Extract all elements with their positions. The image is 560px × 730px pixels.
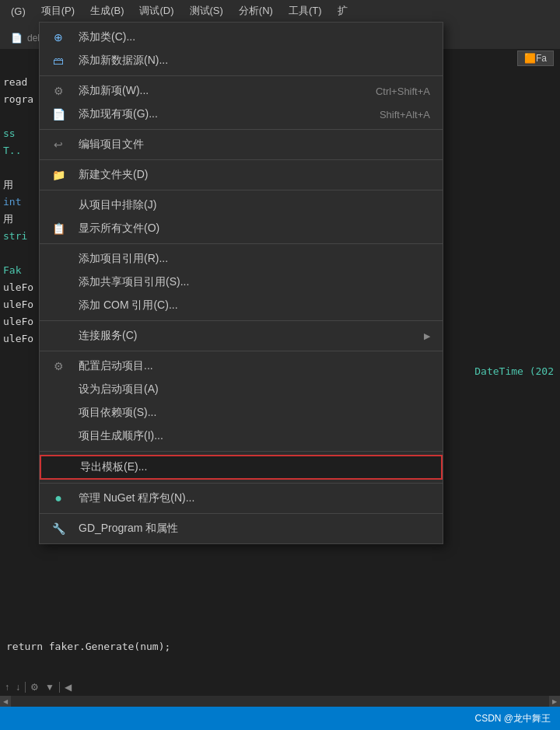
menu-item-add-class-label: 添加类(C)... — [79, 30, 135, 44]
scrollbar-track[interactable] — [11, 696, 549, 707]
code-line-stri: stri — [3, 228, 36, 245]
menu-item-connect-service[interactable]: 连接服务(C) ▶ — [40, 324, 443, 348]
menu-item-g[interactable]: (G) — [3, 4, 33, 19]
file-icon-del: 📄 — [11, 33, 23, 44]
menu-section-2: ⚙ 添加新项(W)... Ctrl+Shift+A 📄 添加现有项(G)... … — [40, 76, 443, 130]
code-line-ulefo2: uleFo — [3, 296, 36, 313]
menu-section-9: 导出模板(E)... — [40, 452, 443, 484]
status-bar-text: CSDN @龙中舞王 — [474, 712, 551, 725]
menu-item-add-existing-item[interactable]: 📄 添加现有项(G)... Shift+Alt+A — [40, 103, 443, 126]
add-existing-shortcut: Shift+Alt+A — [380, 109, 430, 121]
menu-item-connect-service-label: 连接服务(C) — [79, 329, 137, 343]
add-new-item-icon: ⚙ — [51, 83, 66, 99]
menu-section-6: 添加项目引用(R)... 添加共享项目引用(S)... 添加 COM 引用(C)… — [40, 244, 443, 321]
menu-item-add-project-ref[interactable]: 添加项目引用(R)... — [40, 247, 443, 271]
return-code-line: return faker.Generate(num); — [0, 641, 170, 652]
menu-item-build-order-label: 项目生成顺序(I)... — [79, 429, 163, 443]
menu-item-add-new-item-label: 添加新项(W)... — [79, 84, 149, 98]
datetime-text: DateTime (202 — [474, 365, 554, 377]
menu-item-add-datasource[interactable]: 🗃 添加新数据源(N)... — [40, 49, 443, 72]
add-datasource-icon: 🗃 — [51, 53, 66, 68]
menu-section-1: ⊕ 添加类(C)... 🗃 添加新数据源(N)... — [40, 23, 443, 76]
bottom-toolbar: ↑ ↓ ⚙ ▼ ◀ — [0, 679, 560, 696]
menu-item-export-template-label: 导出模板(E)... — [80, 460, 147, 474]
menu-item-build[interactable]: 生成(B) — [82, 2, 131, 19]
menu-item-tools[interactable]: 工具(T) — [281, 2, 330, 19]
menu-item-add-shared-ref-label: 添加共享项目引用(S)... — [79, 275, 189, 289]
menu-item-exclude-label: 从项目中排除(J) — [79, 198, 156, 212]
fa-button-icon: 🟧 — [524, 53, 536, 64]
menu-item-add-shared-ref[interactable]: 添加共享项目引用(S)... — [40, 271, 443, 294]
menu-item-configure-startup[interactable]: ⚙ 配置启动项目... — [40, 355, 443, 378]
menu-item-project-dependencies-label: 项目依赖项(S)... — [79, 406, 156, 420]
wrench-icon: 🔧 — [51, 521, 66, 536]
menu-item-gd-properties[interactable]: 🔧 GD_Program 和属性 — [40, 517, 443, 540]
menu-item-add-com-ref-label: 添加 COM 引用(C)... — [79, 299, 178, 313]
toolbar-divider-1 — [25, 682, 26, 693]
menu-item-set-startup[interactable]: 设为启动项目(A) — [40, 378, 443, 401]
configure-startup-icon: ⚙ — [51, 358, 66, 374]
code-line-empty2 — [3, 159, 36, 176]
menu-section-3: ↩ 编辑项目文件 — [40, 130, 443, 160]
show-all-files-icon: 📋 — [51, 221, 66, 236]
scrollbar-left-arrow[interactable]: ◀ — [0, 696, 11, 707]
bottom-scrollbar[interactable]: ◀ ▶ — [0, 696, 560, 707]
menu-item-debug[interactable]: 调试(D) — [131, 2, 181, 19]
code-line-empty1 — [3, 108, 36, 125]
nuget-icon: ● — [51, 491, 66, 506]
code-line-rogra: rogra — [3, 91, 36, 108]
new-folder-icon: 📁 — [51, 167, 66, 183]
code-line-ulefo3: uleFo — [3, 313, 36, 330]
menu-item-add-project-ref-label: 添加项目引用(R)... — [79, 252, 168, 266]
menu-item-new-folder-label: 新建文件夹(D) — [79, 168, 148, 182]
left-arrow-icon[interactable]: ◀ — [63, 680, 73, 694]
add-class-icon: ⊕ — [51, 30, 66, 45]
code-line-sst: ss T.. — [3, 125, 36, 159]
left-code-background: read rogra ss T.. 用 int 用 stri Fak uleFo… — [0, 74, 39, 348]
add-new-item-shortcut: Ctrl+Shift+A — [376, 86, 430, 97]
menu-item-add-datasource-label: 添加新数据源(N)... — [79, 54, 168, 68]
dropdown-arrow-icon[interactable]: ▼ — [44, 680, 56, 694]
menu-item-gd-properties-label: GD_Program 和属性 — [79, 522, 178, 536]
settings-icon[interactable]: ⚙ — [29, 680, 40, 694]
menu-item-add-new-item[interactable]: ⚙ 添加新项(W)... Ctrl+Shift+A — [40, 79, 443, 103]
menu-item-manage-nuget[interactable]: ● 管理 NuGet 程序包(N)... — [40, 487, 443, 510]
menu-section-11: 🔧 GD_Program 和属性 — [40, 514, 443, 543]
connect-service-arrow-icon: ▶ — [424, 331, 430, 341]
code-line-empty3 — [3, 245, 36, 262]
up-arrow-icon[interactable]: ↑ — [3, 680, 11, 694]
menu-item-project[interactable]: 项目(P) — [33, 2, 82, 19]
menu-item-edit-project[interactable]: ↩ 编辑项目文件 — [40, 133, 443, 156]
menu-item-exclude[interactable]: 从项目中排除(J) — [40, 194, 443, 217]
fa-button-label: Fa — [536, 53, 547, 64]
code-line-int: int — [3, 194, 36, 211]
scrollbar-right-arrow[interactable]: ▶ — [549, 696, 560, 707]
menu-item-build-order[interactable]: 项目生成顺序(I)... — [40, 424, 443, 448]
menu-item-manage-nuget-label: 管理 NuGet 程序包(N)... — [79, 491, 194, 505]
code-line-ulefo1: uleFo — [3, 279, 36, 296]
menu-item-analyze[interactable]: 分析(N) — [231, 2, 281, 19]
menu-item-test[interactable]: 测试(S) — [182, 2, 231, 19]
code-line-read: read — [3, 74, 36, 91]
menu-item-export-template[interactable]: 导出模板(E)... — [40, 455, 443, 480]
menu-section-8: ⚙ 配置启动项目... 设为启动项目(A) 项目依赖项(S)... 项目生成顺序… — [40, 351, 443, 452]
menu-item-set-startup-label: 设为启动项目(A) — [79, 382, 159, 396]
menu-section-7: 连接服务(C) ▶ — [40, 321, 443, 351]
menu-item-add-com-ref[interactable]: 添加 COM 引用(C)... — [40, 294, 443, 317]
menu-item-show-all-files-label: 显示所有文件(O) — [79, 222, 159, 236]
add-existing-icon: 📄 — [51, 107, 66, 122]
down-arrow-icon[interactable]: ↓ — [14, 680, 22, 694]
fa-button[interactable]: 🟧 Fa — [517, 51, 554, 66]
edit-project-icon: ↩ — [51, 137, 66, 152]
menu-item-add-class[interactable]: ⊕ 添加类(C)... — [40, 26, 443, 49]
menu-item-edit-project-label: 编辑项目文件 — [79, 138, 144, 152]
menu-bar: (G) 项目(P) 生成(B) 调试(D) 测试(S) 分析(N) 工具(T) … — [0, 0, 560, 22]
menu-section-10: ● 管理 NuGet 程序包(N)... — [40, 484, 443, 514]
menu-item-project-dependencies[interactable]: 项目依赖项(S)... — [40, 401, 443, 424]
status-bar: CSDN @龙中舞王 — [0, 707, 560, 730]
menu-section-4: 📁 新建文件夹(D) — [40, 160, 443, 190]
menu-item-new-folder[interactable]: 📁 新建文件夹(D) — [40, 163, 443, 187]
menu-item-show-all-files[interactable]: 📋 显示所有文件(O) — [40, 217, 443, 240]
context-menu: ⊕ 添加类(C)... 🗃 添加新数据源(N)... ⚙ 添加新项(W)... … — [39, 22, 443, 544]
menu-item-ext[interactable]: 扩 — [330, 2, 355, 19]
